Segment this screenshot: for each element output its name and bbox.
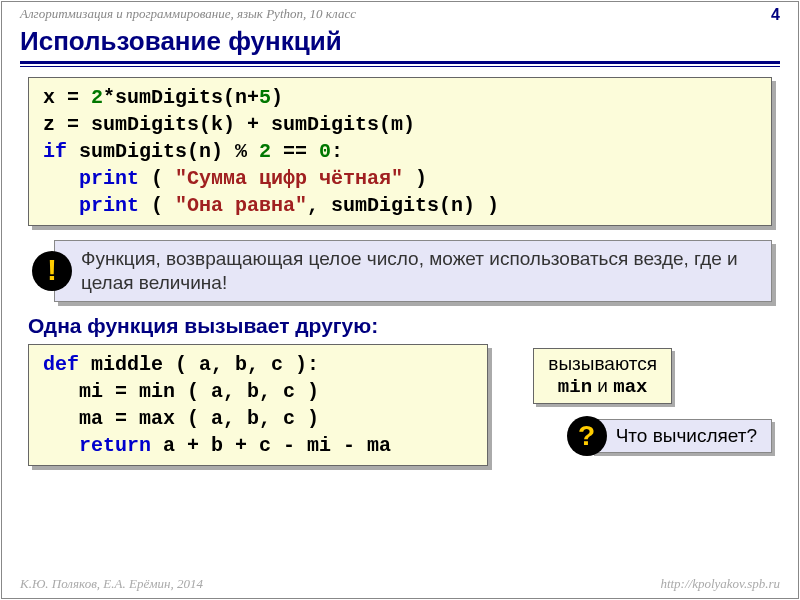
question-text: Что вычисляет? (591, 419, 772, 453)
info-callout: ! Функция, возвращающая целое число, мож… (28, 240, 772, 302)
question-callout: ? Что вычисляет? (567, 416, 772, 456)
side-note: вызываются min и max (533, 348, 672, 405)
side-note-line2: min и max (548, 375, 657, 399)
info-text: Функция, возвращающая целое число, может… (54, 240, 772, 302)
code-block-middle: def middle ( a, b, c ): mi = min ( a, b,… (28, 344, 488, 466)
slide-header: Алгоритмизация и программирование, язык … (2, 2, 798, 24)
side-note-line1: вызываются (548, 353, 657, 376)
slide-title: Использование функций (2, 24, 798, 57)
title-underline (20, 61, 780, 67)
code-block-usage: x = 2*sumDigits(n+5) z = sumDigits(k) + … (28, 77, 772, 226)
subtitle: Одна функция вызывает другую: (28, 314, 772, 338)
footer: К.Ю. Поляков, Е.А. Ерёмин, 2014 http://k… (20, 576, 780, 592)
footer-author: К.Ю. Поляков, Е.А. Ерёмин, 2014 (20, 576, 203, 592)
slide: Алгоритмизация и программирование, язык … (1, 1, 799, 599)
lower-area: def middle ( a, b, c ): mi = min ( a, b,… (28, 344, 772, 466)
page-number: 4 (771, 6, 780, 24)
question-icon: ? (567, 416, 607, 456)
exclaim-icon: ! (32, 251, 72, 291)
course-label: Алгоритмизация и программирование, язык … (20, 6, 356, 24)
footer-url: http://kpolyakov.spb.ru (660, 576, 780, 592)
